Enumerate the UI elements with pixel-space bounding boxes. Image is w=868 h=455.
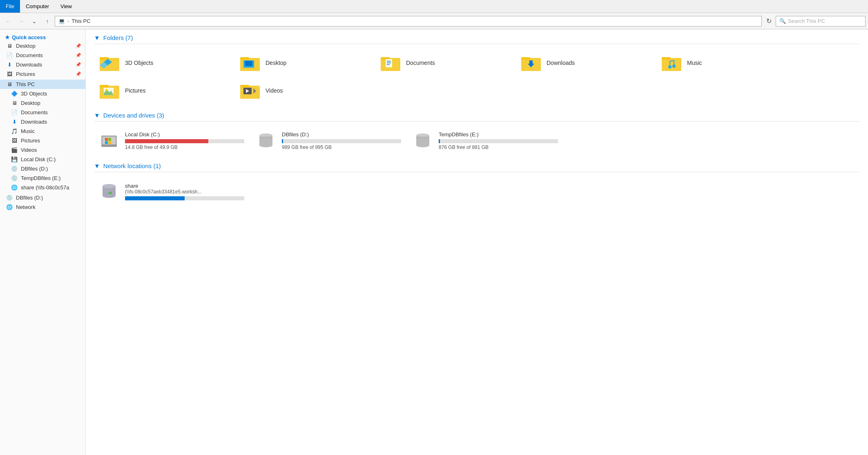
drive-e-space: 876 GB free of 881 GB [439,144,558,150]
sidebar-item-music[interactable]: 🎵 Music [0,127,85,136]
sidebar-item-tempdbfiles[interactable]: 💿 TempDBfiles (E:) [0,173,85,183]
refresh-button[interactable]: ↻ [763,16,774,27]
sidebar-item-videos[interactable]: 🎬 Videos [0,145,85,155]
sidebar-item-share[interactable]: 🌐 share (\\fs-08c0c57a [0,183,85,192]
folder-documents[interactable]: Documents [375,50,514,76]
drive-d[interactable]: DBfiles (D:) 989 GB free of 995 GB [251,127,406,154]
sidebar-item-3d[interactable]: 🔷 3D Objects [0,89,85,98]
svg-point-24 [105,89,107,91]
network-section-header[interactable]: ▼ Network locations (1) [94,162,860,172]
desktop-icon: 🖥 [11,100,18,106]
network-share[interactable]: share (\\fs-08c0c57aeb33481e5.worksh... [94,178,249,205]
drive-e-name: TempDBfiles (E:) [439,131,558,138]
quick-access-header[interactable]: ★ Quick access [0,32,85,41]
sidebar-item-dbfiles-extra[interactable]: 💿 DBfiles (D:) [0,193,85,202]
pin-icon: 📌 [76,53,81,58]
drives-section-header[interactable]: ▼ Devices and drives (3) [94,112,860,122]
forward-button[interactable]: → [16,16,27,27]
dropdown-button[interactable]: ⌄ [29,16,40,27]
sidebar-item-this-pc[interactable]: 🖥 This PC [0,80,85,89]
drive-d-info: DBfiles (D:) 989 GB free of 995 GB [282,131,401,150]
drive-c-bar [125,139,208,143]
drive-e[interactable]: TempDBfiles (E:) 876 GB free of 881 GB [408,127,563,154]
svg-rect-7 [245,61,252,66]
folder-pictures[interactable]: Pictures [94,78,233,104]
sidebar-label: Downloads [16,62,42,68]
drive-c[interactable]: Local Disk (C:) 14.8 GB free of 49.9 GB [94,127,249,154]
folder-icon-downloads [520,53,542,73]
sidebar-label: share (\\fs-08c0c57a [21,184,69,191]
menu-bar: File Computer View [0,0,868,13]
sidebar-label: Pictures [16,71,35,77]
folder-icon-documents [379,53,402,73]
menu-view[interactable]: View [55,0,78,13]
this-pc-section: 🖥 This PC 🔷 3D Objects 🖥 Desktop 📄 Docum… [0,80,85,192]
drive-e-bar-container [439,139,558,143]
folder-icon-pictures [98,81,121,100]
desktop-icon: 🖥 [6,43,13,49]
folder-label-desktop: Desktop [266,60,286,66]
sidebar-label: Downloads [21,119,47,125]
sidebar-label: Desktop [16,43,36,49]
sidebar-item-desktop[interactable]: 🖥 Desktop [0,98,85,108]
folder-label-downloads: Downloads [547,60,575,66]
back-button[interactable]: ← [2,16,14,27]
folder-label-music: Music [687,60,702,66]
drive-c-bar-container [125,139,244,143]
drive-d-bar [282,139,283,143]
drive-c-space: 14.8 GB free of 49.9 GB [125,144,244,150]
sidebar-item-local-disk[interactable]: 💾 Local Disk (C:) [0,155,85,164]
network-share-name: share [125,183,244,189]
content-area: ▼ Folders (7) 3D Objects [86,29,868,455]
drive-icon: 💾 [11,156,18,162]
sidebar-label: DBfiles (D:) [16,195,43,201]
sidebar-label: TempDBfiles (E:) [21,175,61,181]
address-path[interactable]: 💻 › This PC [55,16,762,27]
search-icon: 🔍 [779,18,786,24]
drives-section-label: Devices and drives (3) [103,112,164,119]
folder-music[interactable]: Music [656,50,795,76]
folder-downloads[interactable]: Downloads [515,50,654,76]
sidebar-item-network[interactable]: 🌐 Network [0,202,85,212]
search-box[interactable]: 🔍 Search This PC [776,16,866,27]
sidebar-label: Documents [16,52,43,58]
this-pc-icon: 🖥 [6,81,13,87]
computer-icon: 💻 [58,18,65,24]
search-placeholder: Search This PC [788,18,825,24]
drive-icon: 💿 [11,175,18,181]
sidebar-item-downloads-quick[interactable]: ⬇ Downloads 📌 [0,60,85,69]
downloads-icon: ⬇ [6,62,13,68]
sidebar-label: Music [21,128,35,134]
sidebar-item-documents[interactable]: 📄 Documents [0,108,85,117]
svg-rect-17 [662,58,681,71]
folder-desktop[interactable]: Desktop [234,50,373,76]
folder-3d-objects[interactable]: 3D Objects [94,50,233,76]
network-share-bar-container [125,196,244,200]
sidebar-item-desktop-quick[interactable]: 🖥 Desktop 📌 [0,41,85,51]
drive-icon-d [256,131,276,150]
sidebar-label: Desktop [21,100,40,106]
sidebar-item-documents-quick[interactable]: 📄 Documents 📌 [0,51,85,60]
sidebar-label: 3D Objects [21,91,47,97]
sidebar-item-downloads[interactable]: ⬇ Downloads [0,117,85,127]
folders-section-header[interactable]: ▼ Folders (7) [94,34,860,44]
sidebar: ★ Quick access 🖥 Desktop 📌 📄 Documents 📌… [0,29,86,455]
svg-rect-40 [260,136,272,138]
folder-videos[interactable]: Videos [234,78,373,104]
svg-rect-36 [108,141,111,144]
up-button[interactable]: ↑ [42,16,53,27]
svg-rect-33 [105,138,108,141]
drive-icon: 💿 [11,166,18,172]
folder-icon-videos [239,81,261,100]
sidebar-item-pictures[interactable]: 🖼 Pictures [0,136,85,145]
menu-file[interactable]: File [0,0,20,13]
sidebar-item-pictures-quick[interactable]: 🖼 Pictures 📌 [0,69,85,79]
svg-point-47 [103,184,116,188]
network-share-icon [99,182,119,201]
menu-computer[interactable]: Computer [20,0,55,13]
folder-label-documents: Documents [406,60,435,66]
network-share-bar [125,196,185,200]
network-section-label: Network locations (1) [103,162,161,169]
svg-rect-32 [101,144,117,147]
sidebar-item-dbfiles[interactable]: 💿 DBfiles (D:) [0,164,85,173]
